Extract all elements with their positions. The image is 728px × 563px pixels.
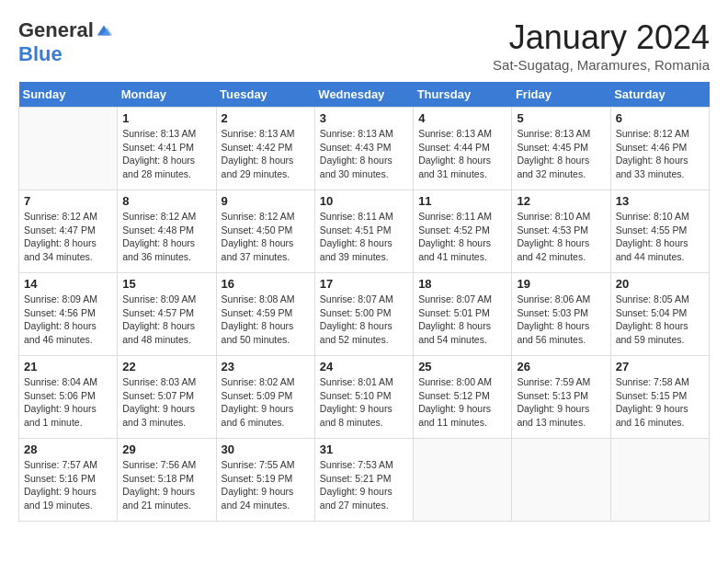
day-number: 31 <box>320 442 408 456</box>
calendar-day-cell: 8Sunrise: 8:12 AMSunset: 4:48 PMDaylight… <box>118 190 216 273</box>
calendar-day-cell: 3Sunrise: 8:13 AMSunset: 4:43 PMDaylight… <box>314 108 413 190</box>
calendar-day-cell: 16Sunrise: 8:08 AMSunset: 4:59 PMDayligh… <box>216 273 314 356</box>
day-info: Sunrise: 8:07 AMSunset: 5:01 PMDaylight:… <box>418 293 506 347</box>
day-info: Sunrise: 8:12 AMSunset: 4:50 PMDaylight:… <box>222 210 310 264</box>
calendar-day-cell: 26Sunrise: 7:59 AMSunset: 5:13 PMDayligh… <box>512 356 610 439</box>
day-of-week-header: Thursday <box>414 82 512 108</box>
day-number: 28 <box>24 442 112 456</box>
day-info: Sunrise: 7:56 AMSunset: 5:18 PMDaylight:… <box>122 458 210 512</box>
day-info: Sunrise: 7:59 AMSunset: 5:13 PMDaylight:… <box>517 375 605 430</box>
day-number: 11 <box>418 194 506 208</box>
day-number: 6 <box>616 111 704 125</box>
day-info: Sunrise: 8:01 AMSunset: 5:10 PMDaylight:… <box>320 375 408 430</box>
calendar-week-row: 1Sunrise: 8:13 AMSunset: 4:41 PMDaylight… <box>19 108 710 190</box>
calendar-day-cell: 17Sunrise: 8:07 AMSunset: 5:00 PMDayligh… <box>314 273 413 356</box>
day-number: 3 <box>320 111 408 125</box>
logo-icon <box>96 22 112 39</box>
calendar-day-cell: 10Sunrise: 8:11 AMSunset: 4:51 PMDayligh… <box>314 190 413 273</box>
calendar-day-cell: 23Sunrise: 8:02 AMSunset: 5:09 PMDayligh… <box>216 356 314 439</box>
calendar-header-row: SundayMondayTuesdayWednesdayThursdayFrid… <box>19 82 710 108</box>
day-number: 1 <box>122 111 210 125</box>
calendar-week-row: 28Sunrise: 7:57 AMSunset: 5:16 PMDayligh… <box>19 439 710 522</box>
day-of-week-header: Saturday <box>610 82 709 108</box>
day-number: 13 <box>616 194 704 208</box>
day-info: Sunrise: 8:04 AMSunset: 5:06 PMDaylight:… <box>24 375 112 430</box>
calendar-day-cell <box>19 108 118 190</box>
calendar-day-cell: 18Sunrise: 8:07 AMSunset: 5:01 PMDayligh… <box>414 273 512 356</box>
day-of-week-header: Sunday <box>19 82 118 108</box>
calendar-day-cell: 6Sunrise: 8:12 AMSunset: 4:46 PMDaylight… <box>610 108 709 190</box>
day-info: Sunrise: 8:12 AMSunset: 4:48 PMDaylight:… <box>122 210 210 264</box>
calendar-day-cell: 28Sunrise: 7:57 AMSunset: 5:16 PMDayligh… <box>19 439 118 522</box>
day-number: 30 <box>222 442 310 456</box>
day-number: 18 <box>418 277 506 291</box>
day-info: Sunrise: 8:13 AMSunset: 4:41 PMDaylight:… <box>122 127 210 181</box>
calendar-day-cell: 31Sunrise: 7:53 AMSunset: 5:21 PMDayligh… <box>314 439 413 522</box>
day-number: 23 <box>222 360 310 373</box>
day-info: Sunrise: 8:13 AMSunset: 4:45 PMDaylight:… <box>517 127 605 181</box>
day-info: Sunrise: 8:10 AMSunset: 4:53 PMDaylight:… <box>517 210 605 264</box>
calendar-day-cell: 15Sunrise: 8:09 AMSunset: 4:57 PMDayligh… <box>118 273 216 356</box>
day-number: 12 <box>517 194 605 208</box>
calendar-day-cell: 30Sunrise: 7:55 AMSunset: 5:19 PMDayligh… <box>216 439 314 522</box>
calendar-day-cell: 14Sunrise: 8:09 AMSunset: 4:56 PMDayligh… <box>19 273 118 356</box>
logo: General Blue <box>18 18 112 66</box>
calendar-day-cell: 13Sunrise: 8:10 AMSunset: 4:55 PMDayligh… <box>610 190 709 273</box>
day-number: 4 <box>418 111 506 125</box>
calendar-day-cell: 7Sunrise: 8:12 AMSunset: 4:47 PMDaylight… <box>19 190 118 273</box>
calendar-week-row: 14Sunrise: 8:09 AMSunset: 4:56 PMDayligh… <box>19 273 710 356</box>
day-info: Sunrise: 8:11 AMSunset: 4:51 PMDaylight:… <box>320 210 408 264</box>
day-info: Sunrise: 8:09 AMSunset: 4:56 PMDaylight:… <box>24 293 112 347</box>
day-of-week-header: Wednesday <box>314 82 413 108</box>
day-of-week-header: Friday <box>512 82 610 108</box>
calendar-day-cell: 20Sunrise: 8:05 AMSunset: 5:04 PMDayligh… <box>610 273 709 356</box>
calendar-day-cell <box>610 439 709 522</box>
day-info: Sunrise: 8:05 AMSunset: 5:04 PMDaylight:… <box>616 293 704 347</box>
day-info: Sunrise: 7:58 AMSunset: 5:15 PMDaylight:… <box>616 375 704 430</box>
day-info: Sunrise: 8:13 AMSunset: 4:44 PMDaylight:… <box>418 127 506 181</box>
calendar-day-cell: 21Sunrise: 8:04 AMSunset: 5:06 PMDayligh… <box>19 356 118 439</box>
day-number: 25 <box>418 360 506 373</box>
month-title: January 2024 <box>493 18 710 57</box>
day-number: 17 <box>320 277 408 291</box>
calendar-day-cell <box>512 439 610 522</box>
day-info: Sunrise: 8:12 AMSunset: 4:47 PMDaylight:… <box>24 210 112 264</box>
calendar-day-cell: 5Sunrise: 8:13 AMSunset: 4:45 PMDaylight… <box>512 108 610 190</box>
day-number: 2 <box>222 111 310 125</box>
calendar-table: SundayMondayTuesdayWednesdayThursdayFrid… <box>18 82 710 522</box>
location-subtitle: Sat-Sugatag, Maramures, Romania <box>493 57 710 73</box>
day-info: Sunrise: 8:02 AMSunset: 5:09 PMDaylight:… <box>222 375 310 430</box>
day-number: 19 <box>517 277 605 291</box>
day-number: 8 <box>122 194 210 208</box>
day-number: 15 <box>122 277 210 291</box>
calendar-day-cell: 11Sunrise: 8:11 AMSunset: 4:52 PMDayligh… <box>414 190 512 273</box>
logo-blue-text: Blue <box>18 42 63 65</box>
calendar-day-cell: 25Sunrise: 8:00 AMSunset: 5:12 PMDayligh… <box>414 356 512 439</box>
day-number: 14 <box>24 277 112 291</box>
calendar-day-cell: 22Sunrise: 8:03 AMSunset: 5:07 PMDayligh… <box>118 356 216 439</box>
calendar-day-cell: 4Sunrise: 8:13 AMSunset: 4:44 PMDaylight… <box>414 108 512 190</box>
day-info: Sunrise: 8:06 AMSunset: 5:03 PMDaylight:… <box>517 293 605 347</box>
day-number: 10 <box>320 194 408 208</box>
calendar-week-row: 7Sunrise: 8:12 AMSunset: 4:47 PMDaylight… <box>19 190 710 273</box>
calendar-day-cell: 27Sunrise: 7:58 AMSunset: 5:15 PMDayligh… <box>610 356 709 439</box>
page-header: General Blue January 2024 Sat-Sugatag, M… <box>18 18 710 73</box>
day-of-week-header: Monday <box>118 82 216 108</box>
day-number: 21 <box>24 360 112 373</box>
logo-general-text: General <box>18 18 94 42</box>
day-number: 7 <box>24 194 112 208</box>
calendar-week-row: 21Sunrise: 8:04 AMSunset: 5:06 PMDayligh… <box>19 356 710 439</box>
day-number: 20 <box>616 277 704 291</box>
calendar-day-cell <box>414 439 512 522</box>
day-number: 29 <box>122 442 210 456</box>
day-info: Sunrise: 8:11 AMSunset: 4:52 PMDaylight:… <box>418 210 506 264</box>
day-info: Sunrise: 7:55 AMSunset: 5:19 PMDaylight:… <box>222 458 310 512</box>
day-info: Sunrise: 8:03 AMSunset: 5:07 PMDaylight:… <box>122 375 210 430</box>
calendar-day-cell: 1Sunrise: 8:13 AMSunset: 4:41 PMDaylight… <box>118 108 216 190</box>
day-number: 27 <box>616 360 704 373</box>
day-info: Sunrise: 8:08 AMSunset: 4:59 PMDaylight:… <box>222 293 310 347</box>
day-of-week-header: Tuesday <box>216 82 314 108</box>
day-info: Sunrise: 8:13 AMSunset: 4:42 PMDaylight:… <box>222 127 310 181</box>
calendar-day-cell: 29Sunrise: 7:56 AMSunset: 5:18 PMDayligh… <box>118 439 216 522</box>
day-number: 9 <box>222 194 310 208</box>
